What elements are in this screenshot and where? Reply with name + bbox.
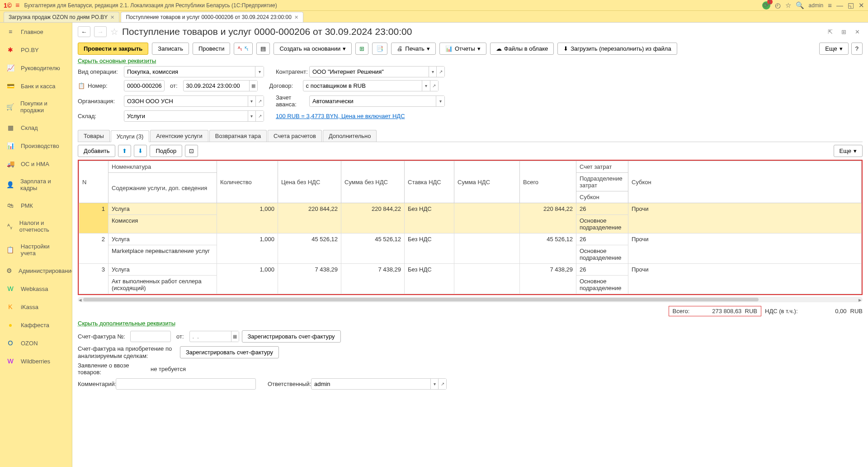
close-doc-icon[interactable]: ✕ <box>852 26 863 37</box>
advance-input[interactable] <box>310 96 436 106</box>
horizontal-scrollbar[interactable]: ◂ ▸ <box>78 297 863 302</box>
sidebar-item-15[interactable]: ●Каффеста <box>0 316 72 334</box>
col-sum[interactable]: Сумма без НДС <box>341 161 405 203</box>
dropdown-icon[interactable]: ▾ <box>430 379 439 389</box>
minimize-icon[interactable]: — <box>836 1 843 9</box>
sf-num-input[interactable] <box>131 331 170 342</box>
create-based-button[interactable]: Создать на основании ▾ <box>274 43 352 55</box>
sidebar-item-10[interactable]: ᴬᵧНалоги и отчетность <box>0 214 72 238</box>
col-sub[interactable]: Субкон <box>628 161 862 203</box>
sidebar-item-1[interactable]: ✱PO.BY <box>0 41 72 59</box>
calendar-icon[interactable]: ▦ <box>249 81 257 91</box>
table-row[interactable]: 3Услуга1,0007 438,297 438,29Без НДС7 438… <box>79 264 862 276</box>
reports-button[interactable]: 📊 Отчеты ▾ <box>439 43 486 55</box>
user-label[interactable]: admin <box>809 2 824 9</box>
write-button[interactable]: Записать <box>152 43 189 55</box>
wh-input[interactable] <box>124 111 248 121</box>
sidebar-item-13[interactable]: WWebkassa <box>0 280 72 298</box>
open-icon[interactable]: ↗ <box>436 67 444 77</box>
move-up-icon[interactable]: ⬆ <box>118 145 131 157</box>
print-button[interactable]: 🖨 Печать ▾ <box>391 43 436 55</box>
sidebar-item-3[interactable]: 💳Банк и касса <box>0 77 72 95</box>
sidebar-item-8[interactable]: 👤Зарплата и кадры <box>0 173 72 196</box>
table-row[interactable]: 1Услуга1,000220 844,22220 844,22Без НДС2… <box>79 203 862 215</box>
add-row-button[interactable]: Добавить <box>78 145 115 157</box>
number-input[interactable] <box>124 81 164 91</box>
org-input[interactable] <box>124 96 248 106</box>
change-icon[interactable]: ⊡ <box>185 145 198 157</box>
dropdown-icon[interactable]: ▾ <box>255 67 264 77</box>
sidebar-item-16[interactable]: OOZON <box>0 334 72 352</box>
dropdown-icon[interactable]: ▾ <box>436 96 444 106</box>
note-icon[interactable]: 📑 <box>372 43 387 55</box>
tab-close-icon[interactable]: ✕ <box>110 14 114 20</box>
op-type-input[interactable] <box>124 67 255 77</box>
open-icon[interactable]: ↗ <box>438 379 446 389</box>
sidebar-item-11[interactable]: 📋Настройки учета <box>0 238 72 262</box>
favorite-star-icon[interactable]: ☆ <box>110 26 118 37</box>
detach-icon[interactable]: ⊞ <box>838 26 849 37</box>
link-icon[interactable]: ⇱ <box>825 26 835 37</box>
hide-additional-link[interactable]: Скрыть дополнительные реквизиты <box>72 319 181 328</box>
col-acc[interactable]: Счет затрат <box>576 161 628 173</box>
doc-tab-5[interactable]: Дополнительно <box>323 130 377 142</box>
structure-icon[interactable]: ▤ <box>256 43 270 55</box>
nav-forward-button[interactable]: → <box>94 26 107 37</box>
doc-tab-0[interactable]: Товары <box>78 130 110 142</box>
pick-button[interactable]: Подбор <box>150 145 182 157</box>
sidebar-item-14[interactable]: KiKassa <box>0 298 72 316</box>
sidebar-item-12[interactable]: ⚙Администрирование <box>0 262 72 280</box>
date-input[interactable] <box>184 81 249 91</box>
settings-icon[interactable]: ≡ <box>828 1 832 9</box>
dropdown-icon[interactable]: ▾ <box>248 111 256 121</box>
contract-input[interactable] <box>303 81 422 91</box>
sf-date-input[interactable] <box>190 331 231 342</box>
help-button[interactable]: ? <box>851 43 863 55</box>
register-sf-acq-button[interactable]: Зарегистрировать счет-фактуру <box>180 346 279 358</box>
col-sub2[interactable]: Субкон <box>576 191 628 203</box>
col-dep[interactable]: Подразделение затрат <box>576 173 628 191</box>
move-down-icon[interactable]: ⬇ <box>134 145 147 157</box>
post-and-close-button[interactable]: Провести и закрыть <box>78 43 148 55</box>
open-icon[interactable]: ↗ <box>255 111 264 121</box>
dropdown-icon[interactable]: ▾ <box>429 67 437 77</box>
tab-close-icon[interactable]: ✕ <box>294 14 298 20</box>
cloud-files-button[interactable]: ☁ Файлы в облаке <box>490 43 554 55</box>
sidebar-item-7[interactable]: 🚚ОС и НМА <box>0 155 72 173</box>
load-from-file-button[interactable]: ⬇ Загрузить (перезаполнить) из файла <box>557 43 677 55</box>
dt-kt-icon[interactable]: ᴬₜᴷₜ <box>234 43 253 55</box>
rate-link[interactable]: 100 RUB = 3,4773 BYN, Цена не включает Н… <box>276 113 405 119</box>
excel-icon[interactable]: ⊞ <box>355 43 368 55</box>
col-nom[interactable]: Номенклатура <box>108 161 217 173</box>
col-vatsum[interactable]: Сумма НДС <box>454 161 520 203</box>
col-total[interactable]: Всего <box>520 161 576 203</box>
sidebar-item-2[interactable]: 📈Руководителю <box>0 59 72 77</box>
favorites-icon[interactable]: ☆ <box>785 1 791 10</box>
sidebar-item-17[interactable]: WWildberries <box>0 352 72 370</box>
resp-input[interactable] <box>311 379 430 389</box>
calendar-icon[interactable]: ▦ <box>231 331 239 342</box>
col-price[interactable]: Цена без НДС <box>278 161 341 203</box>
sidebar-item-9[interactable]: 🛍РМК <box>0 196 72 214</box>
history-icon[interactable]: ◴ <box>775 1 781 10</box>
dropdown-icon[interactable]: ▾ <box>422 81 430 91</box>
hide-requisites-link[interactable]: Скрыть основные реквизиты <box>72 57 161 65</box>
dropdown-icon[interactable]: ▾ <box>248 96 256 106</box>
table-more-button[interactable]: Еще ▾ <box>834 145 863 157</box>
more-button[interactable]: Еще ▾ <box>819 43 848 55</box>
col-n[interactable]: N <box>79 161 108 203</box>
tab-ozon-load[interactable]: Загрузка продаж OZON по дням PO.BY✕ <box>4 12 119 22</box>
close-icon[interactable]: ✕ <box>859 1 864 10</box>
register-sf-button[interactable]: Зарегистрировать счет-фактуру <box>242 330 341 343</box>
sidebar-item-4[interactable]: 🛒Покупки и продажи <box>0 95 72 119</box>
comment-input[interactable] <box>116 379 255 389</box>
maximize-icon[interactable]: ◱ <box>848 1 854 10</box>
open-icon[interactable]: ↗ <box>255 96 264 106</box>
sidebar-item-6[interactable]: 📊Производство <box>0 137 72 155</box>
menu-icon[interactable]: ≡ <box>15 1 19 10</box>
counter-input[interactable] <box>310 67 429 77</box>
search-icon[interactable]: 🔍 <box>796 1 804 10</box>
notifications-icon[interactable]: ⟳1 <box>762 1 770 10</box>
doc-tab-1[interactable]: Услуги (3) <box>111 130 149 142</box>
sidebar-item-5[interactable]: ▦Склад <box>0 119 72 137</box>
